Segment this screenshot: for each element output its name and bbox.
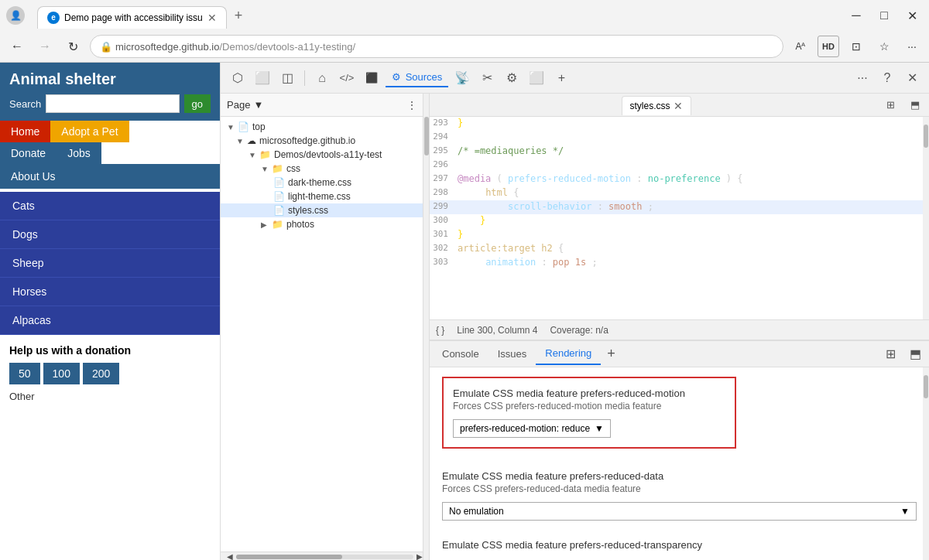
hd-button[interactable]: HD xyxy=(818,36,839,57)
nav-adopt-link[interactable]: Adopt a Pet xyxy=(50,121,129,142)
status-line-col: Line 300, Column 4 xyxy=(457,325,537,336)
devtools-toolbar: ⬡ ⬜ ◫ ⌂ </> ⬛ ⚙ Sources 📡 ✂ ⚙ ⬜ + ··· ? … xyxy=(221,63,929,94)
animal-item-sheep[interactable]: Sheep xyxy=(0,249,220,278)
new-tab-button[interactable]: + xyxy=(227,3,251,29)
tree-arrow-photos: ▶ xyxy=(261,220,269,229)
right-panel: styles.css ✕ ⊞ ⬒ xyxy=(430,94,929,560)
read-aloud-button[interactable]: Aᴬ xyxy=(790,36,811,57)
dt-close-button[interactable]: ✕ xyxy=(901,67,923,89)
tree-item-styles[interactable]: 📄 styles.css xyxy=(221,203,429,217)
nav-home-link[interactable]: Home xyxy=(0,121,50,142)
search-button[interactable]: go xyxy=(184,94,211,113)
file-tree-vscrollbar[interactable] xyxy=(423,94,429,560)
dt-memory-button[interactable]: ⚙ xyxy=(501,67,523,89)
tree-label-light-theme: light-theme.css xyxy=(288,191,351,202)
file-tree-more-button[interactable]: ⋮ xyxy=(401,94,423,116)
favorites-button[interactable]: ☆ xyxy=(873,36,895,57)
dt-help-button[interactable]: ? xyxy=(876,67,898,89)
dropdown-arrow-1: ▼ xyxy=(595,423,604,434)
site-header: Animal shelter Search go xyxy=(0,63,220,121)
donation-other-text: Other xyxy=(9,391,211,402)
emulate-transparency-title: Emulate CSS media feature prefers-reduce… xyxy=(442,539,917,551)
dt-console-btn[interactable]: ⬛ xyxy=(361,67,382,89)
more-button[interactable]: ··· xyxy=(901,36,923,57)
animal-item-alpacas[interactable]: Alpacas xyxy=(0,306,220,335)
add-panel-button[interactable]: + xyxy=(601,343,622,365)
animal-item-horses[interactable]: Horses xyxy=(0,278,220,306)
donation-buttons: 50 100 200 xyxy=(9,363,211,384)
maximize-button[interactable]: □ xyxy=(873,5,895,26)
code-panel: styles.css ✕ ⊞ ⬒ xyxy=(430,94,929,340)
tree-item-domain[interactable]: ▼ ☁ microsoftedge.github.io xyxy=(221,134,429,148)
code-vscrollbar[interactable] xyxy=(923,117,929,319)
dt-more-button[interactable]: ··· xyxy=(852,67,873,89)
dt-network-button[interactable]: 📡 xyxy=(451,67,473,89)
back-button[interactable]: ← xyxy=(6,36,28,57)
active-tab[interactable]: e Demo page with accessibility issu ✕ xyxy=(37,6,227,29)
nav-donate-link[interactable]: Donate xyxy=(0,142,57,164)
console-tab[interactable]: Console xyxy=(433,343,488,364)
dt-add-tab-button[interactable]: + xyxy=(550,67,572,89)
code-editor[interactable]: 293 } 294 295 /* =mediaqueries */ 296 xyxy=(430,117,929,319)
refresh-button[interactable]: ↻ xyxy=(62,36,84,57)
tree-item-top[interactable]: ▼ 📄 top xyxy=(221,120,429,134)
scroll-left-button[interactable]: ◀ xyxy=(224,551,236,561)
address-input[interactable]: 🔒 microsoftedge.github.io/Demos/devtools… xyxy=(90,35,783,58)
dt-home-button[interactable]: ⌂ xyxy=(311,67,333,89)
tree-item-css[interactable]: ▼ 📁 css xyxy=(221,162,429,176)
folder-icon-top: 📄 xyxy=(238,121,249,132)
code-panel-btn1[interactable]: ⊞ xyxy=(879,94,901,116)
bottom-panel-btn1[interactable]: ⊞ xyxy=(879,343,901,365)
rendering-tab[interactable]: Rendering xyxy=(536,343,601,365)
bottom-vscrollbar[interactable] xyxy=(923,367,929,560)
address-text: microsoftedge.github.io/Demos/devtools-a… xyxy=(115,41,355,53)
dt-sources-tab[interactable]: ⚙ Sources xyxy=(386,68,448,87)
dt-elements-button[interactable]: </> xyxy=(336,67,358,89)
code-line-296: 296 xyxy=(430,159,929,172)
page-selector[interactable]: Page ▼ xyxy=(227,99,263,111)
styles-css-close-button[interactable]: ✕ xyxy=(674,100,683,112)
search-input[interactable] xyxy=(46,94,179,113)
bottom-panel-btn2[interactable]: ⬒ xyxy=(904,343,926,365)
donation-50-button[interactable]: 50 xyxy=(9,363,40,384)
close-button[interactable]: ✕ xyxy=(901,5,923,26)
file-tree-hscrollbar[interactable]: ◀ ▶ xyxy=(221,551,429,560)
tab-close-button[interactable]: ✕ xyxy=(207,12,217,24)
site-title: Animal shelter xyxy=(9,70,211,88)
tree-item-photos[interactable]: ▶ 📁 photos xyxy=(221,217,429,231)
code-tabs-bar: styles.css ✕ ⊞ ⬒ xyxy=(430,94,929,117)
reduced-data-dropdown[interactable]: No emulation ▼ xyxy=(442,502,917,521)
cloud-icon: ☁ xyxy=(247,135,256,146)
dt-device-button[interactable]: ⬜ xyxy=(252,67,273,89)
styles-css-tab[interactable]: styles.css ✕ xyxy=(622,96,691,115)
tree-arrow-domain: ▼ xyxy=(236,137,244,145)
dt-inspect-button[interactable]: ⬡ xyxy=(227,67,249,89)
nav-jobs-link[interactable]: Jobs xyxy=(57,142,101,164)
issues-tab[interactable]: Issues xyxy=(488,343,536,364)
tab-favicon: e xyxy=(47,12,60,24)
tree-item-demos[interactable]: ▼ 📁 Demos/devtools-a11y-test xyxy=(221,148,429,162)
animal-item-dogs[interactable]: Dogs xyxy=(0,220,220,249)
nav-about-link[interactable]: About Us xyxy=(0,164,220,189)
donation-title: Help us with a donation xyxy=(9,344,211,357)
bottom-panel: Console Issues Rendering + ⊞ ⬒ xyxy=(430,340,929,560)
emulate-data-desc: Forces CSS prefers-reduced-data media fe… xyxy=(442,483,917,494)
dt-application-button[interactable]: ⬜ xyxy=(526,67,547,89)
minimize-button[interactable]: ─ xyxy=(845,5,867,26)
dt-performance-button[interactable]: ✂ xyxy=(476,67,498,89)
tree-arrow-top: ▼ xyxy=(227,123,235,131)
donation-200-button[interactable]: 200 xyxy=(83,363,119,384)
profile-avatar[interactable]: 👤 xyxy=(6,6,25,25)
reduced-motion-dropdown[interactable]: prefers-reduced-motion: reduce ▼ xyxy=(453,419,611,438)
screenshot-button[interactable]: ⊡ xyxy=(845,36,867,57)
nav-menu: Home Adopt a Pet Donate Jobs About Us xyxy=(0,121,220,189)
tree-item-light-theme[interactable]: 📄 light-theme.css xyxy=(221,190,429,203)
tree-item-dark-theme[interactable]: 📄 dark-theme.css xyxy=(221,176,429,190)
forward-button[interactable]: → xyxy=(34,36,56,57)
hscroll-track[interactable] xyxy=(236,555,413,559)
code-panel-btn2[interactable]: ⬒ xyxy=(904,94,926,116)
animal-item-cats[interactable]: Cats xyxy=(0,192,220,220)
dt-panel-button[interactable]: ◫ xyxy=(276,67,298,89)
donation-100-button[interactable]: 100 xyxy=(43,363,80,384)
title-bar: 👤 e Demo page with accessibility issu ✕ … xyxy=(0,0,929,31)
